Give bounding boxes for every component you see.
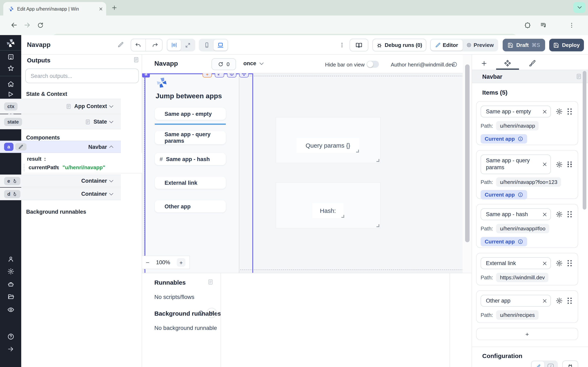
fullscreen-component-button[interactable] bbox=[215, 73, 224, 77]
nav-item-hash[interactable]: # Same app - hash bbox=[155, 153, 226, 165]
currentPath-value[interactable]: "u/henri/navapp" bbox=[62, 164, 105, 170]
docs-button[interactable] bbox=[350, 39, 368, 51]
chevron-down-icon[interactable] bbox=[109, 104, 113, 108]
navbar-component-row[interactable]: a Navbar bbox=[0, 141, 121, 153]
resize-handle[interactable] bbox=[376, 224, 379, 227]
fullwidth-canvas-button[interactable] bbox=[181, 40, 194, 50]
static-value-button[interactable] bbox=[532, 361, 544, 367]
hide-bar-toggle[interactable] bbox=[367, 61, 379, 68]
clear-label-icon[interactable] bbox=[542, 261, 547, 266]
nav-item-query-params[interactable]: Same app - query params bbox=[155, 131, 226, 144]
sidebar-item-workspace[interactable] bbox=[0, 53, 21, 60]
container-e-row[interactable]: e Container bbox=[0, 175, 121, 187]
clear-label-icon[interactable] bbox=[542, 162, 547, 167]
undo-button[interactable] bbox=[131, 39, 146, 51]
refresh-count-button[interactable]: 0 bbox=[212, 58, 236, 70]
sidebar-item-audit-logs[interactable] bbox=[0, 306, 21, 313]
panel-scrollbar-thumb[interactable] bbox=[583, 71, 586, 210]
draft-button[interactable]: Draft ⌘S bbox=[503, 39, 545, 51]
drag-handle-icon[interactable] bbox=[568, 108, 572, 114]
sidebar-item-runs[interactable] bbox=[0, 91, 21, 98]
item-path-value[interactable]: https://windmill.dev bbox=[496, 273, 549, 282]
ctx-row[interactable]: ctx App Context bbox=[0, 99, 121, 114]
zoom-in-button[interactable]: + bbox=[177, 258, 185, 267]
expression-button[interactable]: f bbox=[544, 361, 557, 367]
browser-tab[interactable]: Edit App u/henri/navapp | Win bbox=[3, 2, 106, 16]
debug-runs-button[interactable]: Debug runs (0) bbox=[372, 39, 426, 51]
tab-search-button[interactable] bbox=[573, 2, 586, 13]
rename-app-pencil-icon[interactable] bbox=[118, 42, 124, 48]
connect-button[interactable] bbox=[562, 360, 578, 367]
chevron-down-icon[interactable] bbox=[109, 119, 113, 123]
doc-icon[interactable] bbox=[85, 119, 91, 125]
chevron-down-icon[interactable] bbox=[109, 191, 113, 195]
zoom-out-button[interactable]: − bbox=[146, 259, 149, 266]
tab-preview[interactable]: Preview bbox=[463, 40, 497, 50]
sidebar-item-settings[interactable] bbox=[0, 268, 21, 275]
item-settings-gear-icon[interactable] bbox=[556, 297, 563, 304]
drag-handle-icon[interactable] bbox=[568, 260, 572, 266]
sidebar-item-help[interactable] bbox=[0, 333, 21, 340]
item-settings-gear-icon[interactable] bbox=[556, 108, 563, 115]
tab-styling[interactable] bbox=[526, 58, 538, 68]
navbar-id-badge[interactable]: a bbox=[4, 143, 13, 151]
tab-add-component[interactable] bbox=[478, 58, 490, 68]
current-app-badge[interactable]: Current app bbox=[481, 237, 527, 246]
sidebar-expand-icon[interactable] bbox=[0, 346, 21, 352]
drag-handle-icon[interactable] bbox=[568, 298, 572, 304]
clear-label-icon[interactable] bbox=[542, 298, 547, 303]
resize-handle[interactable] bbox=[376, 159, 379, 162]
hash-container[interactable]: Hash: bbox=[276, 182, 380, 228]
resize-handle[interactable] bbox=[341, 215, 344, 218]
sidebar-item-folders[interactable] bbox=[0, 293, 21, 300]
nav-item-external-link[interactable]: External link bbox=[155, 176, 226, 189]
item-path-value[interactable]: u/henri/navapp?foo=123 bbox=[496, 177, 561, 187]
mobile-view-button[interactable] bbox=[200, 40, 214, 50]
item-label-input[interactable]: Same app - hash bbox=[481, 208, 551, 220]
item-settings-gear-icon[interactable] bbox=[556, 260, 563, 267]
media-controls-icon[interactable] bbox=[540, 22, 547, 29]
reload-icon[interactable] bbox=[37, 22, 44, 29]
tab-editor[interactable]: Editor bbox=[431, 40, 463, 50]
result-key[interactable]: result bbox=[27, 156, 42, 162]
windmill-logo[interactable] bbox=[0, 38, 21, 48]
sidebar-item-workers[interactable] bbox=[0, 281, 21, 288]
item-settings-gear-icon[interactable] bbox=[556, 161, 563, 168]
outputs-doc-icon[interactable] bbox=[133, 57, 139, 63]
canvas-scrollbar-thumb[interactable] bbox=[465, 64, 470, 242]
container-d-row[interactable]: d Container bbox=[0, 188, 121, 200]
item-settings-gear-icon[interactable] bbox=[556, 211, 563, 218]
redo-button[interactable] bbox=[148, 39, 162, 51]
hash-text[interactable]: Hash: bbox=[312, 203, 343, 218]
drag-handle-icon[interactable] bbox=[568, 161, 572, 167]
item-label-input[interactable]: External link bbox=[481, 257, 551, 269]
drag-handle-icon[interactable] bbox=[568, 211, 572, 217]
resize-handle[interactable] bbox=[356, 150, 359, 152]
item-label-input[interactable]: Same app - query params bbox=[481, 155, 551, 174]
extensions-icon[interactable] bbox=[524, 22, 531, 29]
item-path-value[interactable]: u/henri/navapp bbox=[496, 121, 539, 131]
author-info-icon[interactable] bbox=[452, 62, 457, 67]
chevron-down-icon[interactable] bbox=[109, 178, 113, 182]
sidebar-item-home[interactable] bbox=[0, 81, 21, 88]
current-app-badge[interactable]: Current app bbox=[481, 134, 527, 143]
more-options-kebab-icon[interactable] bbox=[339, 42, 345, 48]
tab-close-icon[interactable] bbox=[99, 7, 103, 11]
run-mode-select[interactable]: once bbox=[243, 60, 263, 67]
search-outputs-input[interactable] bbox=[25, 68, 139, 83]
add-item-button[interactable]: + bbox=[476, 328, 578, 340]
ctx-key-badge[interactable]: ctx bbox=[4, 102, 18, 110]
query-params-container[interactable]: Query params {} bbox=[276, 117, 380, 163]
state-row[interactable]: state State bbox=[0, 114, 121, 129]
navbar-component-surface[interactable] bbox=[145, 73, 239, 273]
item-label-input[interactable]: Same app - empty bbox=[481, 106, 551, 117]
component-id-tag[interactable]: a bbox=[142, 73, 150, 77]
deploy-button[interactable]: Deploy bbox=[549, 39, 584, 51]
edit-id-pencil-badge[interactable] bbox=[15, 143, 26, 150]
currentPath-key[interactable]: currentPath bbox=[29, 164, 58, 170]
runnables-doc-icon[interactable] bbox=[208, 279, 214, 285]
desktop-view-button[interactable] bbox=[214, 40, 227, 50]
add-background-runnable-button[interactable] bbox=[207, 308, 217, 318]
browser-menu-icon[interactable] bbox=[568, 22, 575, 29]
item-label-input[interactable]: Other app bbox=[481, 295, 551, 307]
